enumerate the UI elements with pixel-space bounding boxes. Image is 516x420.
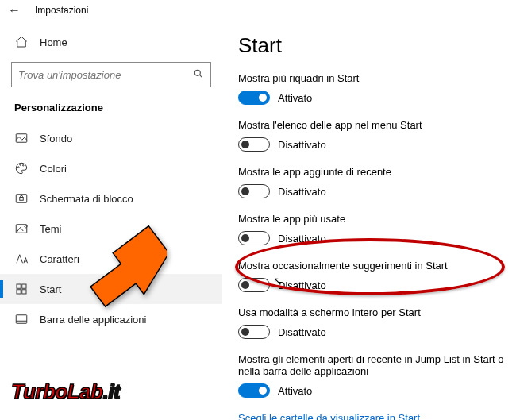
setting-label: Mostra le app aggiunte di recente <box>238 166 508 178</box>
back-icon[interactable]: ← <box>8 3 21 17</box>
toggle-state: Disattivato <box>278 326 326 338</box>
search-input-wrap[interactable] <box>11 62 211 87</box>
svg-rect-7 <box>20 198 24 201</box>
toggle-state: Disattivato <box>278 279 326 291</box>
toggle-more-tiles[interactable] <box>238 91 270 105</box>
sidebar-item-label: Home <box>40 37 67 48</box>
sidebar-item-temi[interactable]: Temi <box>0 214 222 244</box>
sidebar-item-colori[interactable]: Colori <box>0 153 222 183</box>
svg-rect-13 <box>16 315 27 324</box>
toggle-state: Disattivato <box>278 233 326 245</box>
lock-screen-icon <box>14 191 29 206</box>
sidebar-section-title: Personalizzazione <box>0 98 222 123</box>
sidebar-home[interactable]: Home <box>0 27 222 57</box>
settings-header: ← Impostazioni <box>0 0 516 22</box>
sidebar-item-label: Barra delle applicazioni <box>40 314 146 326</box>
setting-fullscreen: Usa modalità a schermo intero per Start … <box>238 306 508 339</box>
setting-label: Mostra occasionalmente suggerimenti in S… <box>238 260 508 272</box>
setting-label: Mostra l'elenco delle app nel menu Start <box>238 119 508 131</box>
sidebar-item-label: Caratteri <box>40 253 79 265</box>
sidebar-item-label: Start <box>40 283 61 295</box>
setting-recent-apps: Mostra le app aggiunte di recente Disatt… <box>238 166 508 198</box>
sidebar-item-caratteri[interactable]: Caratteri <box>0 244 222 274</box>
setting-label: Mostra più riquadri in Start <box>238 72 508 84</box>
sidebar-item-label: Sfondo <box>40 133 72 144</box>
svg-point-4 <box>20 164 21 166</box>
search-input[interactable] <box>18 69 193 81</box>
svg-rect-12 <box>22 290 26 294</box>
sidebar-item-start[interactable]: Start <box>0 274 222 304</box>
toggle-recent-apps[interactable] <box>238 184 270 198</box>
svg-point-0 <box>194 70 200 75</box>
toggle-app-list[interactable] <box>238 137 270 152</box>
toggle-jump-list[interactable] <box>238 383 270 398</box>
content-pane: Start Mostra più riquadri in Start Attiv… <box>222 22 516 420</box>
toggle-suggestions[interactable] <box>238 278 270 292</box>
svg-rect-10 <box>22 284 26 288</box>
setting-most-used: Mostra le app più usate Disattivato <box>238 213 508 245</box>
search-icon <box>193 68 204 82</box>
sidebar-item-taskbar[interactable]: Barra delle applicazioni <box>0 304 222 334</box>
sidebar-item-label: Temi <box>40 223 61 235</box>
sidebar-item-label: Schermata di blocco <box>40 193 133 205</box>
taskbar-icon <box>14 312 29 326</box>
setting-jump-list: Mostra gli elementi aperti di recente in… <box>238 353 508 398</box>
toggle-state: Attivato <box>278 385 312 397</box>
toggle-most-used[interactable] <box>238 231 270 245</box>
sidebar: Home Personalizzazione Sfondo <box>0 22 222 420</box>
page-title: Start <box>238 33 508 58</box>
palette-icon <box>14 161 29 175</box>
sidebar-item-blocco[interactable]: Schermata di blocco <box>0 183 222 214</box>
svg-point-3 <box>18 167 20 168</box>
image-icon <box>14 131 29 145</box>
setting-label: Usa modalità a schermo intero per Start <box>238 306 508 318</box>
setting-app-list: Mostra l'elenco delle app nel menu Start… <box>238 119 508 152</box>
svg-point-5 <box>23 165 25 167</box>
setting-label: Mostra gli elementi aperti di recente in… <box>238 353 508 377</box>
home-icon <box>14 35 29 49</box>
svg-rect-9 <box>17 284 21 288</box>
themes-icon <box>14 222 29 236</box>
svg-line-1 <box>199 75 202 77</box>
fonts-icon <box>14 252 29 266</box>
start-icon <box>14 282 29 296</box>
setting-label: Mostra le app più usate <box>238 213 508 225</box>
setting-suggestions: Mostra occasionalmente suggerimenti in S… <box>238 260 508 292</box>
toggle-state: Disattivato <box>278 186 326 198</box>
toggle-state: Disattivato <box>278 139 326 151</box>
choose-folders-link[interactable]: Scegli le cartelle da visualizzare in St… <box>238 412 508 420</box>
sidebar-item-sfondo[interactable]: Sfondo <box>0 123 222 153</box>
toggle-fullscreen[interactable] <box>238 325 270 339</box>
window-title: Impostazioni <box>35 5 88 16</box>
setting-more-tiles: Mostra più riquadri in Start Attivato <box>238 72 508 105</box>
toggle-state: Attivato <box>278 92 312 104</box>
svg-rect-11 <box>17 290 21 294</box>
sidebar-item-label: Colori <box>40 163 67 175</box>
